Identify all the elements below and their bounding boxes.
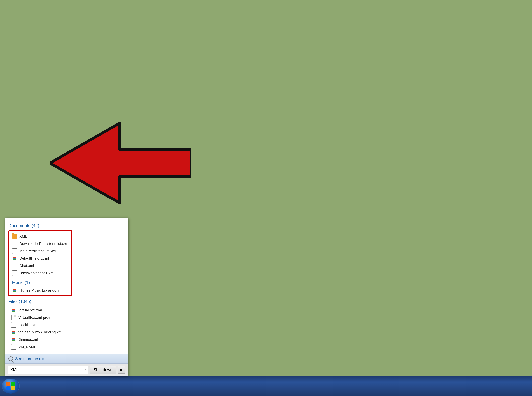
start-menu: Documents (42) XML DownloaderPersistentL…	[5, 218, 128, 376]
red-highlight-box: XML DownloaderPersistentList.xml MainPer…	[8, 230, 73, 296]
taskbar	[0, 376, 532, 396]
xml-colored-icon	[11, 337, 17, 342]
list-item[interactable]: DownloaderPersistentList.xml	[10, 240, 71, 247]
windows-orb	[2, 379, 19, 394]
search-icon	[8, 356, 13, 361]
file-name: MainPersistentList.xml	[19, 249, 56, 253]
file-name: UserWorkspace1.xml	[19, 271, 54, 275]
folder-icon	[12, 234, 17, 239]
see-more-results-button[interactable]: See more results	[5, 354, 128, 364]
file-name: Dimmer.xml	[18, 338, 38, 342]
see-more-label: See more results	[15, 356, 45, 361]
list-item[interactable]: toolbar_button_binding.xml	[8, 329, 125, 336]
file-name: VirtualBox.xml	[18, 308, 42, 313]
search-input[interactable]	[8, 366, 88, 374]
documents-section-header: Documents (42)	[8, 223, 125, 229]
start-button[interactable]	[2, 379, 20, 394]
list-item[interactable]: blocklist.xml	[8, 321, 125, 329]
file-name: DownloaderPersistentList.xml	[19, 242, 68, 246]
clear-search-button[interactable]: ×	[85, 368, 86, 371]
list-item[interactable]: XML	[10, 233, 71, 240]
music-section-header: Music (1)	[12, 280, 71, 286]
list-item[interactable]: VirtualBox.xml	[8, 307, 125, 314]
xml-colored-icon	[12, 256, 17, 261]
shutdown-arrow-button[interactable]: ▶	[118, 366, 125, 373]
xml-colored-icon	[11, 308, 17, 313]
svg-rect-2	[11, 382, 15, 386]
file-name: XML	[19, 234, 27, 239]
search-input-wrapper: ×	[8, 366, 88, 374]
xml-colored-icon	[12, 241, 17, 246]
list-item[interactable]: UserWorkspace1.xml	[10, 269, 71, 277]
list-item[interactable]: VM_NAME.xml	[8, 343, 125, 351]
list-item[interactable]: VirtualBox.xml-prev	[8, 314, 125, 321]
xml-colored-icon	[12, 263, 17, 268]
menu-content: Documents (42) XML DownloaderPersistentL…	[5, 218, 128, 352]
shutdown-button[interactable]: Shut down	[90, 366, 116, 374]
file-name: Chat.xml	[19, 263, 34, 268]
windows-logo-icon	[6, 381, 16, 391]
file-name: blocklist.xml	[18, 323, 38, 327]
xml-colored-icon	[11, 330, 17, 335]
file-name: VM_NAME.xml	[18, 345, 43, 349]
files-section-header: Files (1045)	[8, 299, 125, 305]
list-item[interactable]: Chat.xml	[10, 262, 71, 269]
list-item[interactable]: MainPersistentList.xml	[10, 247, 71, 255]
red-arrow-annotation	[50, 116, 191, 210]
file-name: toolbar_button_binding.xml	[18, 330, 62, 334]
file-name: iTunes Music Library.xml	[19, 288, 59, 292]
xml-colored-icon	[11, 344, 17, 349]
svg-rect-4	[11, 386, 15, 390]
svg-rect-3	[6, 386, 11, 390]
list-item[interactable]: Dimmer.xml	[8, 336, 125, 343]
list-item[interactable]: DefaultHistory.xml	[10, 255, 71, 262]
plain-doc-icon	[11, 315, 17, 320]
list-item[interactable]: iTunes Music Library.xml	[10, 287, 71, 294]
xml-colored-icon	[11, 322, 17, 328]
file-name: DefaultHistory.xml	[19, 256, 49, 261]
svg-marker-0	[50, 123, 191, 203]
xml-colored-icon	[12, 248, 17, 254]
xml-colored-icon	[12, 288, 17, 293]
search-bar: × Shut down ▶	[5, 364, 128, 376]
svg-rect-1	[6, 382, 11, 386]
xml-colored-icon	[12, 270, 17, 276]
file-name: VirtualBox.xml-prev	[18, 315, 50, 320]
